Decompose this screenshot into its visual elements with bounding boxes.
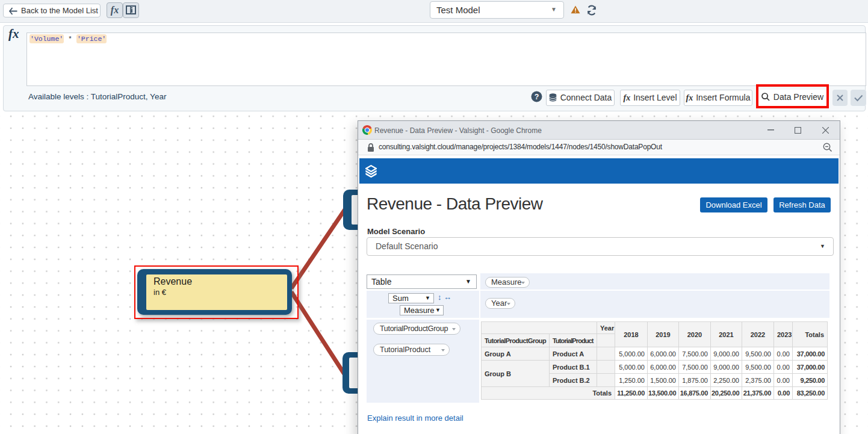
svg-text:?: ? <box>535 93 539 101</box>
